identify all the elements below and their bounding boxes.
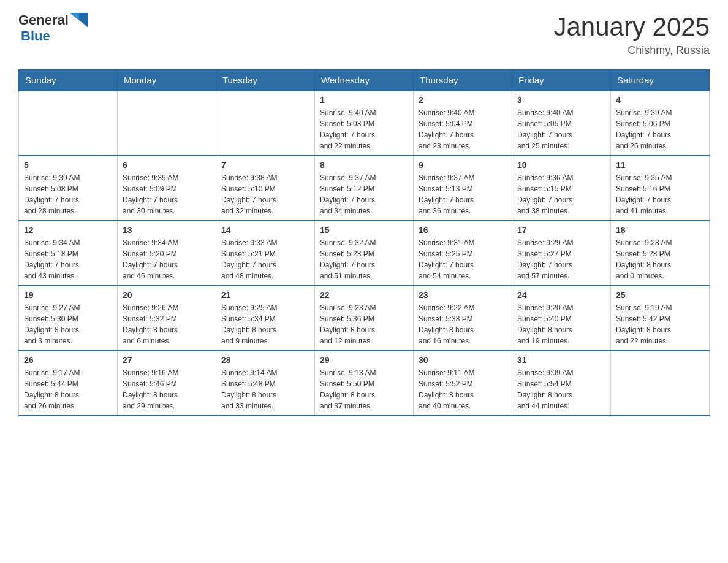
day-info: Sunrise: 9:36 AM Sunset: 5:15 PM Dayligh… <box>517 172 605 216</box>
day-info: Sunrise: 9:33 AM Sunset: 5:21 PM Dayligh… <box>221 237 309 282</box>
calendar-header-row: SundayMondayTuesdayWednesdayThursdayFrid… <box>19 70 710 91</box>
day-number: 25 <box>616 290 704 300</box>
day-info: Sunrise: 9:32 AM Sunset: 5:23 PM Dayligh… <box>320 237 408 282</box>
logo: General Blue <box>18 12 89 44</box>
day-number: 18 <box>616 225 704 235</box>
calendar-cell <box>19 91 118 156</box>
calendar-cell: 31Sunrise: 9:09 AM Sunset: 5:54 PM Dayli… <box>512 351 611 416</box>
day-number: 12 <box>24 225 112 235</box>
day-info: Sunrise: 9:40 AM Sunset: 5:04 PM Dayligh… <box>419 107 507 151</box>
calendar-body: 1Sunrise: 9:40 AM Sunset: 5:03 PM Daylig… <box>19 91 710 416</box>
day-info: Sunrise: 9:17 AM Sunset: 5:44 PM Dayligh… <box>24 367 112 412</box>
calendar-cell: 23Sunrise: 9:22 AM Sunset: 5:38 PM Dayli… <box>414 286 512 351</box>
calendar-cell: 16Sunrise: 9:31 AM Sunset: 5:25 PM Dayli… <box>414 221 512 286</box>
calendar-cell: 5Sunrise: 9:39 AM Sunset: 5:08 PM Daylig… <box>19 156 118 221</box>
calendar-table: SundayMondayTuesdayWednesdayThursdayFrid… <box>18 69 710 416</box>
day-number: 10 <box>517 160 605 170</box>
calendar-cell: 8Sunrise: 9:37 AM Sunset: 5:12 PM Daylig… <box>315 156 414 221</box>
day-number: 13 <box>123 225 211 235</box>
day-number: 19 <box>24 290 112 300</box>
calendar-subtitle: Chishmy, Russia <box>553 44 710 57</box>
day-info: Sunrise: 9:20 AM Sunset: 5:40 PM Dayligh… <box>517 302 605 347</box>
calendar-week-1: 1Sunrise: 9:40 AM Sunset: 5:03 PM Daylig… <box>19 91 710 156</box>
day-number: 2 <box>419 95 507 105</box>
day-number: 3 <box>517 95 605 105</box>
day-info: Sunrise: 9:14 AM Sunset: 5:48 PM Dayligh… <box>221 367 309 412</box>
day-number: 1 <box>320 95 408 105</box>
calendar-cell: 22Sunrise: 9:23 AM Sunset: 5:36 PM Dayli… <box>315 286 414 351</box>
day-info: Sunrise: 9:28 AM Sunset: 5:28 PM Dayligh… <box>616 237 704 282</box>
logo-icon <box>70 13 88 28</box>
day-number: 23 <box>419 290 507 300</box>
day-info: Sunrise: 9:26 AM Sunset: 5:32 PM Dayligh… <box>123 302 211 347</box>
calendar-cell: 13Sunrise: 9:34 AM Sunset: 5:20 PM Dayli… <box>118 221 216 286</box>
day-info: Sunrise: 9:40 AM Sunset: 5:05 PM Dayligh… <box>517 107 605 151</box>
day-info: Sunrise: 9:38 AM Sunset: 5:10 PM Dayligh… <box>221 172 309 216</box>
day-info: Sunrise: 9:19 AM Sunset: 5:42 PM Dayligh… <box>616 302 704 347</box>
logo-general-text: General <box>18 12 69 28</box>
day-info: Sunrise: 9:37 AM Sunset: 5:13 PM Dayligh… <box>419 172 507 216</box>
calendar-cell: 2Sunrise: 9:40 AM Sunset: 5:04 PM Daylig… <box>414 91 512 156</box>
day-number: 8 <box>320 160 408 170</box>
header-cell-thursday: Thursday <box>414 70 512 91</box>
day-number: 6 <box>123 160 211 170</box>
day-number: 29 <box>320 355 408 365</box>
svg-marker-1 <box>70 13 79 20</box>
calendar-header: SundayMondayTuesdayWednesdayThursdayFrid… <box>19 70 710 91</box>
calendar-cell <box>216 91 315 156</box>
calendar-cell: 14Sunrise: 9:33 AM Sunset: 5:21 PM Dayli… <box>216 221 315 286</box>
calendar-cell: 17Sunrise: 9:29 AM Sunset: 5:27 PM Dayli… <box>512 221 611 286</box>
day-info: Sunrise: 9:27 AM Sunset: 5:30 PM Dayligh… <box>24 302 112 347</box>
day-number: 4 <box>616 95 704 105</box>
day-number: 31 <box>517 355 605 365</box>
calendar-cell: 29Sunrise: 9:13 AM Sunset: 5:50 PM Dayli… <box>315 351 414 416</box>
calendar-cell: 12Sunrise: 9:34 AM Sunset: 5:18 PM Dayli… <box>19 221 118 286</box>
day-info: Sunrise: 9:39 AM Sunset: 5:09 PM Dayligh… <box>123 172 211 216</box>
calendar-week-4: 19Sunrise: 9:27 AM Sunset: 5:30 PM Dayli… <box>19 286 710 351</box>
calendar-cell: 27Sunrise: 9:16 AM Sunset: 5:46 PM Dayli… <box>118 351 216 416</box>
calendar-cell <box>611 351 710 416</box>
calendar-cell: 4Sunrise: 9:39 AM Sunset: 5:06 PM Daylig… <box>611 91 710 156</box>
calendar-cell: 26Sunrise: 9:17 AM Sunset: 5:44 PM Dayli… <box>19 351 118 416</box>
calendar-cell: 20Sunrise: 9:26 AM Sunset: 5:32 PM Dayli… <box>118 286 216 351</box>
calendar-cell: 30Sunrise: 9:11 AM Sunset: 5:52 PM Dayli… <box>414 351 512 416</box>
calendar-cell: 21Sunrise: 9:25 AM Sunset: 5:34 PM Dayli… <box>216 286 315 351</box>
day-info: Sunrise: 9:40 AM Sunset: 5:03 PM Dayligh… <box>320 107 408 151</box>
calendar-cell: 24Sunrise: 9:20 AM Sunset: 5:40 PM Dayli… <box>512 286 611 351</box>
header-cell-tuesday: Tuesday <box>216 70 315 91</box>
calendar-cell: 7Sunrise: 9:38 AM Sunset: 5:10 PM Daylig… <box>216 156 315 221</box>
calendar-cell: 3Sunrise: 9:40 AM Sunset: 5:05 PM Daylig… <box>512 91 611 156</box>
day-number: 26 <box>24 355 112 365</box>
calendar-cell: 11Sunrise: 9:35 AM Sunset: 5:16 PM Dayli… <box>611 156 710 221</box>
day-number: 16 <box>419 225 507 235</box>
day-number: 5 <box>24 160 112 170</box>
day-info: Sunrise: 9:35 AM Sunset: 5:16 PM Dayligh… <box>616 172 704 216</box>
day-number: 21 <box>221 290 309 300</box>
day-info: Sunrise: 9:39 AM Sunset: 5:06 PM Dayligh… <box>616 107 704 151</box>
calendar-cell <box>118 91 216 156</box>
day-info: Sunrise: 9:13 AM Sunset: 5:50 PM Dayligh… <box>320 367 408 412</box>
calendar-title: January 2025 <box>553 12 710 42</box>
day-number: 24 <box>517 290 605 300</box>
header-cell-sunday: Sunday <box>19 70 118 91</box>
calendar-cell: 28Sunrise: 9:14 AM Sunset: 5:48 PM Dayli… <box>216 351 315 416</box>
title-block: January 2025 Chishmy, Russia <box>553 12 710 57</box>
day-info: Sunrise: 9:29 AM Sunset: 5:27 PM Dayligh… <box>517 237 605 282</box>
calendar-cell: 15Sunrise: 9:32 AM Sunset: 5:23 PM Dayli… <box>315 221 414 286</box>
day-info: Sunrise: 9:25 AM Sunset: 5:34 PM Dayligh… <box>221 302 309 347</box>
day-info: Sunrise: 9:34 AM Sunset: 5:18 PM Dayligh… <box>24 237 112 282</box>
day-number: 11 <box>616 160 704 170</box>
logo-blue-text: Blue <box>21 28 50 44</box>
day-info: Sunrise: 9:11 AM Sunset: 5:52 PM Dayligh… <box>419 367 507 412</box>
calendar-cell: 19Sunrise: 9:27 AM Sunset: 5:30 PM Dayli… <box>19 286 118 351</box>
day-number: 15 <box>320 225 408 235</box>
day-number: 7 <box>221 160 309 170</box>
calendar-cell: 10Sunrise: 9:36 AM Sunset: 5:15 PM Dayli… <box>512 156 611 221</box>
calendar-cell: 9Sunrise: 9:37 AM Sunset: 5:13 PM Daylig… <box>414 156 512 221</box>
day-number: 30 <box>419 355 507 365</box>
day-number: 20 <box>123 290 211 300</box>
calendar-cell: 18Sunrise: 9:28 AM Sunset: 5:28 PM Dayli… <box>611 221 710 286</box>
day-info: Sunrise: 9:16 AM Sunset: 5:46 PM Dayligh… <box>123 367 211 412</box>
calendar-week-3: 12Sunrise: 9:34 AM Sunset: 5:18 PM Dayli… <box>19 221 710 286</box>
header-cell-friday: Friday <box>512 70 611 91</box>
